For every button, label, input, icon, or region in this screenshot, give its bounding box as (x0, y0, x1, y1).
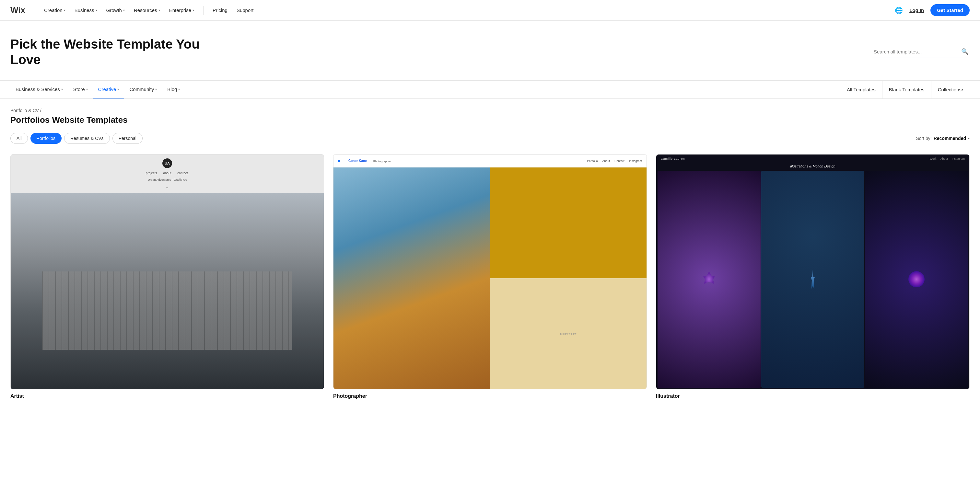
chevron-down-icon: ▾ (86, 87, 88, 91)
template-card-artist[interactable]: UA projects. about. contact. Urban Adven… (10, 154, 324, 399)
chevron-down-icon: ▾ (961, 88, 963, 91)
wix-logo[interactable]: Wix (10, 6, 30, 15)
cat-collections[interactable]: Collections ▾ (931, 81, 970, 99)
get-started-button[interactable]: Get Started (931, 4, 970, 16)
thumb-illus-cell-2 (761, 171, 864, 388)
nav-business[interactable]: Business ▾ (71, 5, 101, 16)
chevron-down-icon: ▾ (117, 87, 119, 91)
chevron-down-icon: ▾ (95, 8, 97, 12)
top-navigation: Wix Creation ▾ Business ▾ Growth ▾ Resou… (0, 0, 980, 21)
thumb-person-name: Conor Kane (344, 157, 371, 165)
search-icon[interactable]: 🔍 (961, 48, 968, 55)
template-thumb-artist: UA projects. about. contact. Urban Adven… (10, 154, 324, 389)
cat-blank-templates[interactable]: Blank Templates (882, 81, 931, 99)
chevron-down-icon[interactable]: ▾ (968, 137, 970, 140)
thumb-side-bottom: Mellow Yellow (490, 278, 646, 389)
thumb-main-image (334, 168, 490, 389)
filter-portfolios[interactable]: Portfolios (30, 133, 62, 144)
filter-row: All Portfolios Resumes & CVs Personal So… (0, 130, 980, 149)
svg-text:Wix: Wix (10, 6, 25, 15)
chevron-down-icon: ▾ (123, 8, 125, 12)
page-hero-title: Pick the Website Template You Love (10, 36, 224, 67)
thumb-logo: UA (162, 159, 172, 168)
login-link[interactable]: Log In (908, 5, 925, 16)
thumb-subtitle: Urban Adventures - Graffiti Art (16, 177, 318, 183)
nav-right: 🌐 Log In Get Started (895, 4, 970, 16)
page-header: Portfolio & CV / Portfolios Website Temp… (0, 99, 980, 130)
breadcrumb: Portfolio & CV / (10, 108, 970, 113)
chevron-down-icon: ▾ (159, 8, 160, 12)
thumb-illus-cell-1 (657, 171, 760, 388)
filter-resumes[interactable]: Resumes & CVs (64, 133, 110, 144)
cat-store[interactable]: Store ▾ (68, 81, 93, 98)
thumb-illus-logo: Camille Lauren (661, 157, 685, 160)
thumb-nav: projects. about. contact. (16, 171, 318, 175)
chevron-down-icon: ▾ (64, 8, 65, 12)
thumb-illus-cell-3 (865, 171, 968, 388)
breadcrumb-parent[interactable]: Portfolio & CV (10, 108, 39, 113)
template-name-illustrator: Illustrator (656, 393, 970, 399)
template-name-artist: Artist (10, 393, 324, 399)
cat-business-services[interactable]: Business & Services ▾ (10, 81, 68, 98)
chevron-down-icon: ▾ (61, 87, 63, 91)
template-thumb-photographer: Conor Kane Photographer Portfolio About … (333, 154, 647, 389)
thumb-side-top (490, 168, 646, 278)
nav-resources[interactable]: Resources ▾ (130, 5, 164, 16)
nav-divider (203, 6, 204, 15)
chevron-down-icon: ▾ (192, 8, 194, 12)
cat-all-templates[interactable]: All Templates (840, 81, 882, 99)
thumb-illus-grid (656, 170, 969, 389)
cat-right-group: All Templates Blank Templates Collection… (840, 81, 970, 99)
globe-icon[interactable]: 🌐 (895, 6, 903, 14)
template-card-photographer[interactable]: Conor Kane Photographer Portfolio About … (333, 154, 647, 399)
thumb-image (11, 193, 324, 389)
template-name-photographer: Photographer (333, 393, 647, 399)
page-title: Portfolios Website Templates (10, 115, 970, 125)
nav-growth[interactable]: Growth ▾ (102, 5, 129, 16)
template-grid: UA projects. about. contact. Urban Adven… (0, 149, 980, 412)
filter-personal[interactable]: Personal (113, 133, 143, 144)
nav-creation[interactable]: Creation ▾ (40, 5, 69, 16)
category-navigation: Business & Services ▾ Store ▾ Creative ▾… (0, 81, 980, 99)
filter-all[interactable]: All (10, 133, 28, 144)
template-card-illustrator[interactable]: Camille Lauren Work About Instagram Illu… (656, 154, 970, 399)
sort-row: Sort by: Recommended ▾ (916, 136, 970, 141)
filter-tabs: All Portfolios Resumes & CVs Personal (10, 133, 143, 144)
search-input[interactable] (874, 49, 959, 54)
sort-label: Sort by: (916, 136, 931, 141)
cat-blog[interactable]: Blog ▾ (162, 81, 185, 98)
template-thumb-illustrator: Camille Lauren Work About Instagram Illu… (656, 154, 970, 389)
sort-value[interactable]: Recommended (934, 136, 966, 141)
cat-community[interactable]: Community ▾ (124, 81, 162, 98)
nav-pricing[interactable]: Pricing (209, 5, 231, 16)
thumb-dot (338, 160, 340, 162)
nav-support[interactable]: Support (233, 5, 258, 16)
nav-enterprise[interactable]: Enterprise ▾ (165, 5, 198, 16)
chevron-down-icon: ▾ (178, 87, 180, 91)
nav-items: Creation ▾ Business ▾ Growth ▾ Resources… (40, 5, 895, 16)
cat-creative[interactable]: Creative ▾ (93, 81, 124, 98)
search-container: 🔍 (872, 45, 970, 58)
hero-section: Pick the Website Template You Love 🔍 (0, 21, 980, 81)
chevron-down-icon: ▾ (155, 87, 157, 91)
thumb-illus-title: Illustrations & Motion Design (656, 163, 969, 170)
